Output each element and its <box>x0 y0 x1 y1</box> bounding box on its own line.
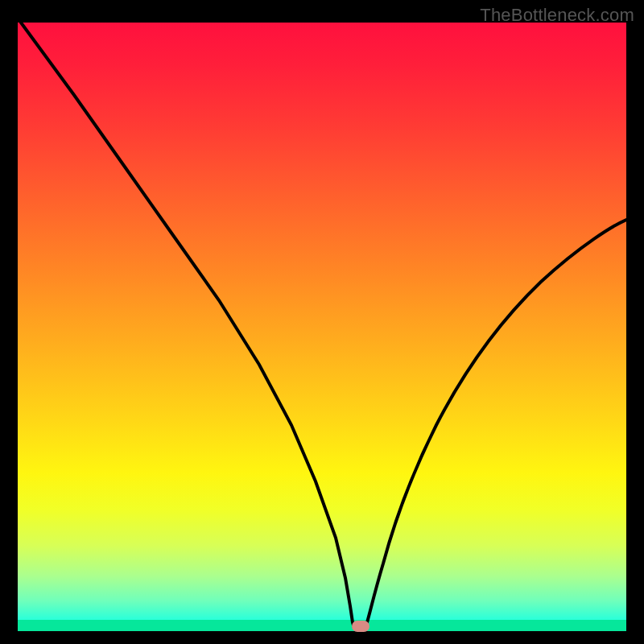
minimum-marker <box>352 621 369 632</box>
plot-area <box>18 23 626 631</box>
chart-frame: TheBottleneck.com <box>0 0 644 644</box>
watermark-text: TheBottleneck.com <box>480 5 634 26</box>
curve-path <box>21 23 626 628</box>
bottleneck-curve <box>18 23 626 631</box>
